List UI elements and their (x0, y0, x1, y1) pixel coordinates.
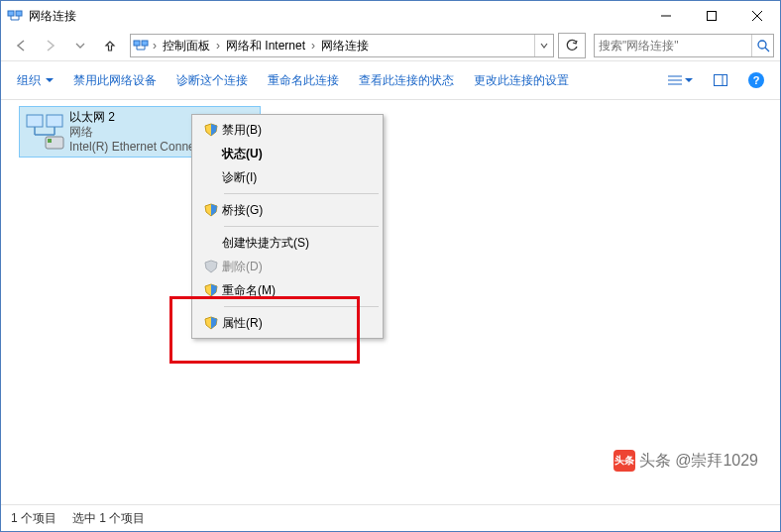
ctx-properties[interactable]: 属性(R) (194, 311, 381, 335)
svg-rect-19 (715, 75, 727, 86)
window-frame: 网络连接 (0, 0, 781, 532)
ctx-status-label: 状态(U) (222, 146, 263, 162)
ctx-properties-label: 属性(R) (222, 315, 263, 332)
status-selected-count: 选中 1 个项目 (72, 510, 145, 527)
address-dropdown-button[interactable] (534, 35, 553, 56)
shield-icon (200, 316, 222, 330)
svg-rect-27 (48, 139, 52, 143)
disable-device-button[interactable]: 禁用此网络设备 (67, 68, 163, 93)
close-button[interactable] (734, 1, 780, 31)
svg-rect-1 (16, 11, 22, 16)
ctx-create-shortcut[interactable]: 创建快捷方式(S) (194, 231, 381, 255)
status-bar: 1 个项目 选中 1 个项目 (1, 504, 780, 531)
watermark-logo-icon: 头条 (614, 450, 635, 472)
up-button[interactable] (96, 34, 124, 57)
organize-label: 组织 (17, 72, 41, 89)
help-button[interactable]: ? (742, 68, 770, 92)
search-icon[interactable] (751, 35, 773, 56)
organize-menu[interactable]: 组织 (11, 68, 59, 93)
app-icon (7, 8, 23, 24)
ctx-rename-label: 重命名(M) (222, 282, 276, 299)
status-item-count: 1 个项目 (11, 510, 56, 527)
menu-separator (224, 193, 379, 194)
svg-marker-32 (205, 261, 217, 272)
view-status-button[interactable]: 查看此连接的状态 (353, 68, 460, 93)
ctx-disable-label: 禁用(B) (222, 122, 262, 139)
chevron-right-icon[interactable]: › (151, 39, 159, 53)
ctx-shortcut-label: 创建快捷方式(S) (222, 235, 309, 252)
address-right (534, 35, 553, 56)
svg-rect-21 (27, 115, 43, 127)
ctx-disable[interactable]: 禁用(B) (194, 118, 381, 142)
watermark-text: 头条 @崇拜1029 (639, 451, 758, 472)
menu-separator (224, 226, 379, 227)
change-settings-button[interactable]: 更改此连接的设置 (468, 68, 575, 93)
minimize-button[interactable] (643, 1, 689, 31)
chevron-right-icon[interactable]: › (214, 39, 222, 53)
shield-icon (200, 203, 222, 217)
svg-rect-22 (47, 115, 62, 127)
preview-pane-button[interactable] (707, 68, 734, 92)
forward-button[interactable] (37, 34, 64, 57)
svg-rect-0 (8, 11, 14, 16)
window-controls (643, 1, 780, 31)
shield-icon (200, 283, 222, 297)
ctx-status[interactable]: 状态(U) (194, 142, 381, 165)
help-icon: ? (748, 72, 764, 88)
breadcrumb-control-panel[interactable]: 控制面板 (159, 38, 214, 54)
content-area[interactable]: 以太网 2 网络 Intel(R) Ethernet Connection 禁用… (1, 100, 780, 505)
address-icon (131, 38, 151, 53)
view-options-button[interactable] (661, 68, 699, 92)
refresh-button[interactable] (558, 33, 586, 58)
svg-rect-6 (708, 12, 717, 21)
ctx-delete-label: 删除(D) (222, 259, 263, 275)
recent-locations-button[interactable] (66, 34, 94, 57)
ctx-delete: 删除(D) (194, 255, 381, 278)
maximize-button[interactable] (689, 1, 734, 31)
ctx-bridge-label: 桥接(G) (222, 202, 263, 219)
adapter-icon (24, 111, 65, 153)
search-box[interactable] (594, 34, 774, 57)
breadcrumb-network-connections[interactable]: 网络连接 (317, 38, 373, 54)
window-title: 网络连接 (29, 8, 76, 25)
menu-separator (224, 306, 379, 307)
svg-point-14 (758, 41, 766, 49)
watermark: 头条 头条 @崇拜1029 (614, 450, 758, 472)
rename-connection-button[interactable]: 重命名此连接 (262, 68, 345, 93)
svg-rect-9 (134, 41, 140, 46)
titlebar: 网络连接 (1, 1, 780, 31)
ctx-bridge[interactable]: 桥接(G) (194, 198, 381, 222)
ctx-rename[interactable]: 重命名(M) (194, 278, 381, 302)
chevron-right-icon[interactable]: › (309, 39, 317, 53)
context-menu: 禁用(B) 状态(U) 诊断(I) 桥接(G) 创建快捷方式(S) (191, 114, 384, 339)
shield-icon (200, 260, 222, 273)
diagnose-connection-button[interactable]: 诊断这个连接 (170, 68, 254, 93)
svg-line-15 (765, 48, 769, 52)
address-bar[interactable]: › 控制面板 › 网络和 Internet › 网络连接 (130, 34, 554, 57)
toolbar: 组织 禁用此网络设备 诊断这个连接 重命名此连接 查看此连接的状态 更改此连接的… (1, 61, 780, 99)
ctx-diagnose-label: 诊断(I) (222, 169, 257, 186)
svg-rect-10 (142, 41, 148, 46)
search-input[interactable] (595, 39, 751, 53)
titlebar-left: 网络连接 (1, 8, 76, 25)
shield-icon (200, 123, 222, 137)
back-button[interactable] (7, 34, 35, 57)
breadcrumb-network-internet[interactable]: 网络和 Internet (222, 38, 309, 54)
ctx-diagnose[interactable]: 诊断(I) (194, 165, 381, 189)
nav-row: › 控制面板 › 网络和 Internet › 网络连接 (1, 31, 780, 60)
